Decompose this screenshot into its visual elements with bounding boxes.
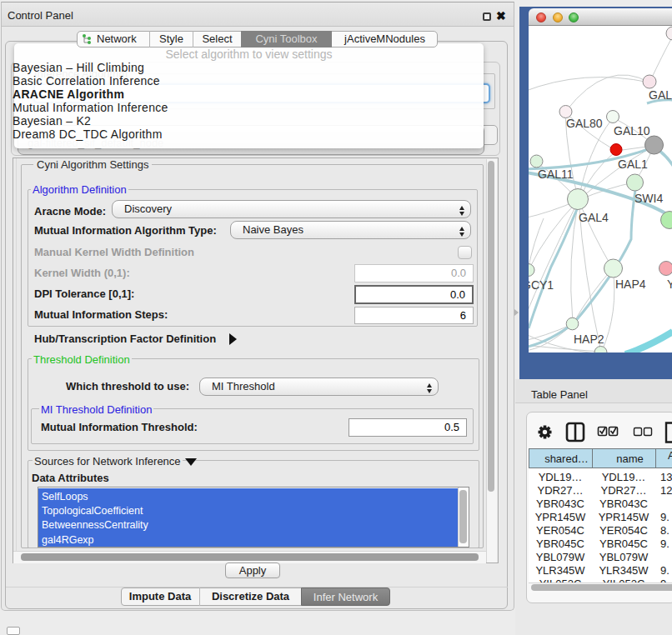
svg-text:GAL7: GAL7 — [649, 88, 672, 102]
svg-text:HAP4: HAP4 — [615, 278, 646, 291]
svg-text:GAL11: GAL11 — [538, 168, 574, 181]
svg-text:HAP2: HAP2 — [574, 332, 604, 346]
svg-text:GAL4: GAL4 — [579, 211, 609, 224]
svg-text:Y: Y — [667, 278, 672, 291]
svg-text:GAL80: GAL80 — [566, 117, 603, 130]
svg-text:GAL10: GAL10 — [614, 124, 650, 138]
svg-text:GCY1: GCY1 — [529, 278, 554, 292]
svg-text:SWI4: SWI4 — [634, 192, 663, 205]
svg-text:GAL1: GAL1 — [618, 158, 648, 171]
